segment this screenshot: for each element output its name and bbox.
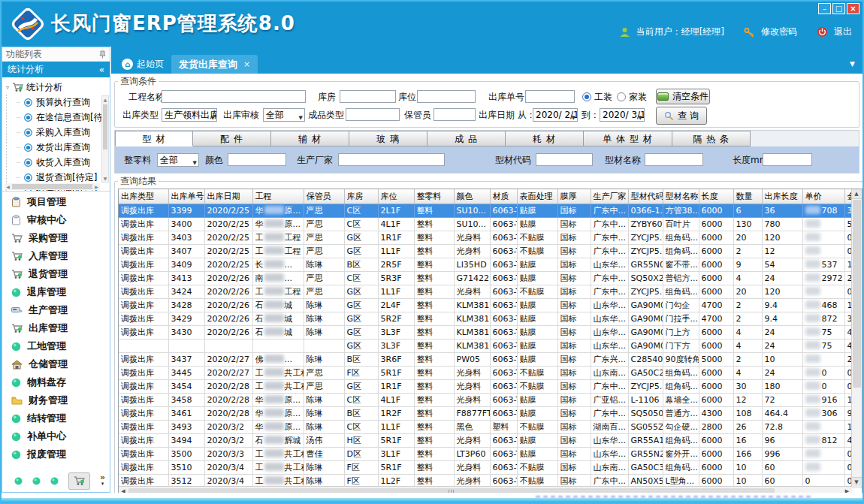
collapse-icon[interactable]: «: [99, 65, 104, 75]
sidebar-menu-item[interactable]: 采购管理: [2, 229, 110, 247]
profile-name-input[interactable]: [645, 153, 703, 166]
footer-dot-icon[interactable]: [14, 477, 23, 485]
column-header[interactable]: 单价: [802, 189, 844, 204]
tree-horizontal-scrollbar[interactable]: ◀ ▶: [5, 183, 100, 190]
material-tab[interactable]: 单 体 型 材: [584, 131, 672, 146]
order-no-input[interactable]: [525, 90, 575, 103]
result-row[interactable]: 调拨出库34452020/2/27工共工程严思F区5R1F整料光身料6063-T…: [119, 367, 861, 380]
sidebar-menu-item[interactable]: 项目管理: [2, 193, 110, 211]
sidebar-menu-item[interactable]: 入库管理: [2, 247, 110, 265]
column-header[interactable]: 出库单号: [168, 189, 204, 204]
result-row[interactable]: 调拨出库34132020/2/26南...严思C区5R3F整料G71422606…: [119, 272, 861, 285]
sidebar-menu-item[interactable]: 生产管理: [2, 301, 110, 319]
column-header[interactable]: 出库类型: [119, 189, 168, 204]
radio-industrial[interactable]: 工装: [582, 90, 612, 104]
keeper-input[interactable]: [434, 108, 476, 121]
warehouse-input[interactable]: [340, 90, 396, 103]
result-row[interactable]: 调拨出库34612020/2/28华原...陈琳B区1R2F整料F8877FT6…: [119, 407, 861, 421]
sidebar-menu-item[interactable]: 财务管理: [2, 391, 110, 409]
whole-part-select[interactable]: 全部▼: [157, 153, 199, 167]
result-row[interactable]: 调拨出库34942020/3/2石辉城汤伟H区5R1F整料光身料6063-T5贴…: [119, 434, 861, 448]
radio-home-decor[interactable]: 家装: [617, 90, 647, 104]
maximize-button[interactable]: □: [832, 3, 845, 14]
scroll-right-icon[interactable]: ▶: [93, 184, 100, 189]
column-header[interactable]: 材质: [490, 189, 517, 204]
sidebar-menu-item[interactable]: 仓储管理: [2, 355, 110, 373]
column-header[interactable]: 保管员: [304, 189, 344, 204]
material-tab[interactable]: 耗 材: [506, 131, 584, 146]
product-type-input[interactable]: [346, 108, 400, 121]
tab-list-dropdown-icon[interactable]: ▼: [850, 60, 855, 68]
sidebar-menu-item[interactable]: 审核中心: [2, 211, 110, 229]
result-row[interactable]: 调拨出库34092020/2/25长...陈琳B区2R5F整料LI35HD606…: [119, 258, 861, 272]
column-header[interactable]: 整零料: [414, 189, 454, 204]
tab-home[interactable]: ⌂ 起始页: [114, 55, 171, 74]
tree-item[interactable]: 退货查询[待定]: [17, 170, 110, 185]
expander-icon[interactable]: ▿: [6, 84, 9, 91]
tab-close-icon[interactable]: ×: [243, 59, 250, 69]
tree-item[interactable]: 采购入库查询: [17, 125, 110, 140]
scroll-down-icon[interactable]: ▼: [102, 175, 108, 182]
scrollbar-thumb[interactable]: [853, 200, 861, 388]
sidebar-menu-item[interactable]: 工地管理: [2, 337, 110, 355]
column-header[interactable]: 出库长度: [762, 189, 802, 204]
material-tab[interactable]: 成 品: [427, 131, 506, 146]
material-tab[interactable]: 辅 材: [271, 131, 349, 146]
scroll-up-icon[interactable]: ▲: [852, 189, 862, 199]
tree-item[interactable]: 预算执行查询: [17, 95, 110, 110]
date-from-picker[interactable]: 2020/ 2/16▼: [533, 108, 578, 122]
result-row[interactable]: 调拨出库34542020/2/28工共工程严思G区1R1F整料光身料6063-T…: [119, 380, 861, 394]
column-header[interactable]: 型材代码: [628, 189, 663, 204]
out-type-select[interactable]: 生产领料出库▼: [162, 108, 217, 122]
tree-item[interactable]: 收货入库查询: [17, 155, 110, 170]
logout-link[interactable]: 退出: [834, 26, 852, 38]
tree-item[interactable]: 发货出库查询: [17, 140, 110, 155]
profile-code-input[interactable]: [536, 153, 593, 166]
column-header[interactable]: 生产厂家: [591, 189, 628, 204]
table-horizontal-scrollbar[interactable]: ◀ ▶: [119, 486, 852, 493]
column-header[interactable]: 型材名称: [663, 189, 699, 204]
audit-select[interactable]: 全部▼: [263, 108, 305, 122]
column-header[interactable]: 数量: [733, 189, 762, 204]
result-row[interactable]: 调拨出库34242020/2/26工工程严思G区1L1F整料光身料6063-T5…: [119, 285, 861, 299]
scroll-down-icon[interactable]: ▼: [852, 477, 862, 487]
result-row[interactable]: 调拨出库34002020/2/25华原...严思C区4L1F整料SU10...6…: [119, 218, 861, 231]
tree-item[interactable]: 在途信息查询[待: [17, 110, 110, 125]
footer-dot-icon[interactable]: [50, 477, 59, 485]
footer-cart-button[interactable]: [68, 472, 90, 490]
column-header[interactable]: 库位: [378, 189, 414, 204]
result-row[interactable]: 调拨出库34292020/2/26石城陈琳G区5R2F整料KLM38176063…: [119, 312, 861, 326]
sidebar-menu-item[interactable]: 报废管理: [2, 445, 110, 463]
result-row[interactable]: G区3L3F整料KLM38176063-T5贴膜国标山东华...GA90M09.…: [119, 340, 861, 353]
tree-root[interactable]: ▿ 统计分析: [6, 80, 110, 95]
search-button[interactable]: 查 询: [656, 107, 707, 125]
column-header[interactable]: 长度: [699, 189, 733, 204]
sidebar-menu-item[interactable]: 退库管理: [2, 283, 110, 301]
material-tab[interactable]: 隔 热 条: [672, 131, 751, 146]
column-header[interactable]: 表面处理: [517, 189, 557, 204]
manufacturer-input[interactable]: [338, 153, 445, 166]
result-row[interactable]: 调拨出库34282020/2/26石城陈琳G区2L4F整料KLM38176063…: [119, 299, 861, 312]
column-header[interactable]: 库房: [344, 189, 378, 204]
close-button[interactable]: ×: [847, 3, 859, 14]
section-bar-statistics[interactable]: 统计分析 «: [2, 62, 110, 77]
column-header[interactable]: 出库日期: [204, 189, 252, 204]
project-name-input[interactable]: [162, 90, 306, 103]
result-row[interactable]: 调拨出库35102020/3/4工共工程陈琳F区5R1F整料光身料6063-T5…: [119, 461, 861, 475]
column-header[interactable]: 颜色: [454, 189, 490, 204]
column-header[interactable]: 膜厚: [557, 189, 591, 204]
minimize-button[interactable]: –: [818, 3, 831, 14]
material-tab[interactable]: 配 件: [193, 131, 271, 146]
sidebar-menu-item[interactable]: 出库管理: [2, 319, 110, 337]
result-row[interactable]: 调拨出库35002020/3/3工共工程曹佳D区3L1F整料LT3P606063…: [119, 448, 861, 461]
result-row[interactable]: 调拨出库34582020/2/28华原...陈琳C区4L1F整料光身料6063-…: [119, 394, 861, 407]
scroll-up-icon[interactable]: ▲: [102, 96, 108, 103]
table-vertical-scrollbar[interactable]: ▲ ▼: [851, 189, 862, 487]
pin-icon[interactable]: [99, 50, 106, 59]
result-row[interactable]: 调拨出库34302020/2/26石城陈琳G区3L3F整料KLM38176063…: [119, 326, 861, 340]
tree-vertical-scrollbar[interactable]: ▲ ▼: [101, 95, 109, 183]
date-to-picker[interactable]: 2020/ 3/16▼: [600, 108, 645, 122]
tab-shipment-query[interactable]: 发货出库查询 ×: [171, 55, 258, 74]
material-tab[interactable]: 型 材: [115, 131, 193, 146]
sidebar-menu-item[interactable]: 补单中心: [2, 427, 110, 445]
